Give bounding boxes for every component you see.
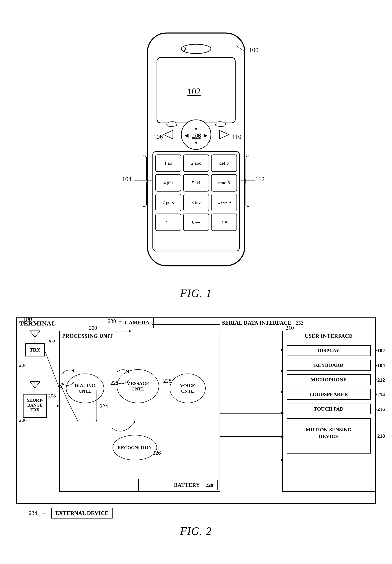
ref-212-ui: ·212 — [376, 377, 385, 383]
svg-text:8 tuv: 8 tuv — [191, 200, 201, 205]
ref-216-ui: ·216 — [376, 406, 385, 412]
fig1-area: 102 ◄ 108 ► ▼ ▲ 1 ao 2 abc def 3 — [0, 0, 392, 313]
svg-text:104: 104 — [122, 175, 132, 183]
svg-text:▲: ▲ — [194, 126, 198, 130]
ui-item-loudspeaker: LOUDSPEAKER ·214 — [287, 389, 371, 400]
ui-item-microphone: MICROPHONE ·212 — [287, 374, 371, 385]
svg-rect-57 — [23, 394, 46, 418]
svg-text:TRX: TRX — [29, 347, 40, 352]
terminal-label: TERMINAL — [19, 320, 56, 327]
svg-text:wxyz  9: wxyz 9 — [217, 200, 231, 205]
ref-226: 226 — [153, 450, 161, 456]
dialing-cntl-node: DIALING CNTL — [66, 374, 104, 403]
fig1-label: FIG. 1 — [180, 287, 212, 299]
serial-data-label: SERIAL DATA INTERFACE ⌐232 — [222, 320, 303, 326]
svg-text:*  +: * + — [165, 219, 171, 225]
svg-marker-64 — [57, 405, 59, 407]
fig2-label: FIG. 2 — [16, 525, 376, 537]
ref-222: 222 — [111, 380, 119, 386]
ui-label: USER INTERFACE — [283, 331, 375, 341]
svg-text:SHORT-: SHORT- — [27, 398, 42, 403]
ref-220: ⌐220 — [203, 482, 213, 488]
ui-item-touchpad: TOUCH PAD ·216 — [287, 404, 371, 414]
svg-text:208: 208 — [48, 393, 56, 398]
external-device-box: EXTERNAL DEVICE — [51, 508, 113, 519]
svg-text:1  ao: 1 ao — [164, 160, 172, 166]
svg-text:mno  6: mno 6 — [218, 180, 230, 185]
ui-item-motion: MOTION-SENSING DEVICE ·218 — [287, 418, 371, 453]
fig2-container: 100 ↙ TERMINAL PROCESSING UNIT DIALING C… — [16, 317, 376, 537]
voice-cntl-node: VOICE CNTL — [170, 374, 206, 403]
svg-line-56 — [35, 381, 40, 388]
svg-text:7 pqrs: 7 pqrs — [162, 200, 174, 205]
ui-box: USER INTERFACE DISPLAY ·102 KEYBOARD ·10… — [282, 331, 375, 492]
svg-point-2 — [181, 47, 185, 51]
ref-102-ui: ·102 — [376, 348, 385, 353]
pu-label: PROCESSING UNIT — [62, 333, 113, 339]
ref-218-ui: ·218 — [376, 433, 385, 439]
ref-224: 224 — [100, 403, 108, 409]
svg-line-51 — [44, 350, 59, 388]
svg-line-46 — [35, 331, 40, 337]
svg-text:▼: ▼ — [194, 141, 198, 145]
svg-text:200: 200 — [89, 325, 97, 331]
svg-text:4 ghi: 4 ghi — [163, 180, 173, 185]
svg-rect-47 — [25, 343, 44, 356]
svg-text:202: 202 — [48, 338, 55, 344]
svg-text:110: 110 — [232, 133, 241, 140]
fig2-area: 100 ↙ TERMINAL PROCESSING UNIT DIALING C… — [0, 313, 392, 554]
phone-svg: 102 ◄ 108 ► ▼ ▲ 1 ao 2 abc def 3 — [101, 27, 291, 281]
svg-text:def  3: def 3 — [219, 160, 229, 166]
ref-232: ⌐232 — [293, 320, 303, 326]
svg-text:TRX: TRX — [30, 408, 39, 412]
svg-text:5 jkl: 5 jkl — [192, 180, 200, 185]
ref-104-ui: ·104 — [376, 362, 385, 368]
svg-text:100: 100 — [249, 46, 259, 53]
terminal-box: TERMINAL PROCESSING UNIT DIALING CNTL ME… — [16, 317, 376, 504]
svg-line-55 — [30, 381, 35, 388]
camera-box: CAMERA — [121, 317, 154, 328]
recognition-node: RECOGNITION — [112, 435, 157, 460]
svg-text:102: 102 — [187, 86, 201, 96]
processing-unit-box: PROCESSING UNIT DIALING CNTL MESSAGE CNT… — [59, 331, 220, 492]
svg-text:108: 108 — [192, 132, 201, 139]
ref-228: 228 — [163, 378, 172, 384]
svg-text:↑  #: ↑ # — [221, 219, 227, 225]
svg-line-45 — [30, 331, 35, 337]
svg-text:206: 206 — [19, 417, 27, 423]
ui-item-keyboard: KEYBOARD ·104 — [287, 360, 371, 371]
battery-box: BATTERY ⌐220 — [170, 480, 217, 490]
svg-text:204: 204 — [19, 362, 27, 368]
ref-230: 230 ← — [108, 318, 123, 324]
external-device-row: 234 ← EXTERNAL DEVICE — [16, 508, 376, 519]
ui-item-display: DISPLAY ·102 — [287, 345, 371, 356]
svg-text:112: 112 — [255, 175, 265, 183]
svg-text:106: 106 — [153, 133, 163, 140]
svg-text:2 abc: 2 abc — [191, 160, 201, 166]
svg-text:RANGE: RANGE — [27, 403, 42, 407]
message-cntl-node: MESSAGE CNTL — [117, 369, 159, 403]
svg-text:0  —: 0 — — [192, 219, 200, 225]
ref-234: 234 — [29, 510, 37, 516]
phone-diagram: 102 ◄ 108 ► ▼ ▲ 1 ao 2 abc def 3 — [101, 27, 291, 281]
ref-214-ui: ·214 — [376, 392, 385, 397]
